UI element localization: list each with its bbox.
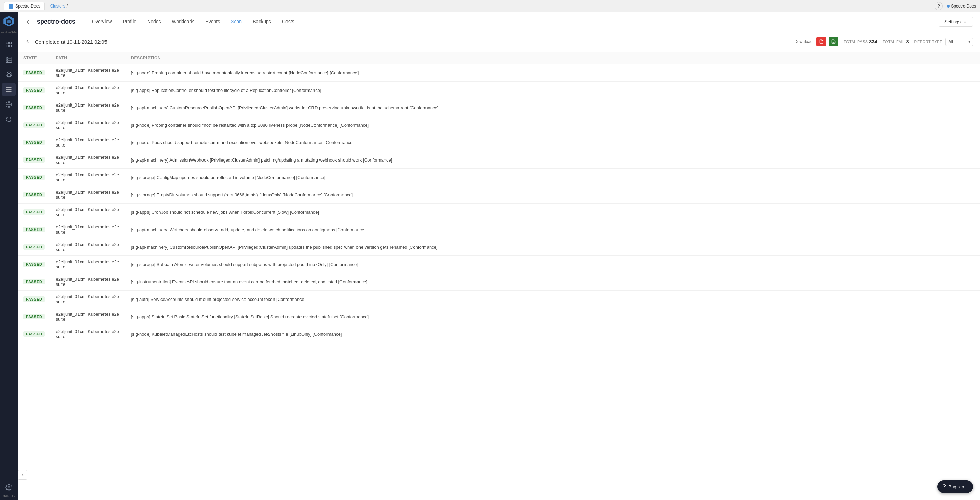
back-button[interactable] xyxy=(25,18,32,25)
scan-table-head: State Path Description xyxy=(18,52,980,64)
browser-tab[interactable]: Spectro-Docs xyxy=(4,2,45,10)
user-dot xyxy=(947,5,950,8)
sidebar-item-apps[interactable] xyxy=(2,68,16,81)
nav-item-workloads[interactable]: Workloads xyxy=(167,12,200,32)
svg-rect-3 xyxy=(6,42,8,44)
row-description: [sig-auth] ServiceAccounts should mount … xyxy=(125,291,980,308)
main-content: spectro-docs Overview Profile Nodes Work… xyxy=(18,12,980,500)
top-right-actions: ? Spectro-Docs xyxy=(935,2,976,10)
row-path: e2eljunit_01xml|Kubernetes e2e suite xyxy=(50,308,125,325)
row-description: [sig-instrumentation] Events API should … xyxy=(125,273,980,291)
download-section: Download: xyxy=(794,37,838,46)
row-state: PASSED xyxy=(18,151,50,169)
row-description: [sig-api-machinery] CustomResourcePublis… xyxy=(125,99,980,116)
col-header-path: Path xyxy=(50,52,125,64)
row-path: e2eljunit_01xml|Kubernetes e2e suite xyxy=(50,64,125,82)
bug-icon: ? xyxy=(943,484,946,490)
total-fail-stat: TOTAL FAIL 3 xyxy=(883,39,909,45)
svg-point-11 xyxy=(7,59,8,60)
report-type-select[interactable]: All Passed Failed xyxy=(945,38,973,46)
row-description: [sig-storage] Subpath Atomic writer volu… xyxy=(125,256,980,273)
table-row: PASSED e2eljunit_01xml|Kubernetes e2e su… xyxy=(18,238,980,256)
state-badge: PASSED xyxy=(23,209,45,215)
sidebar-item-dashboard[interactable] xyxy=(2,38,16,51)
row-state: PASSED xyxy=(18,99,50,116)
nav-item-events[interactable]: Events xyxy=(200,12,225,32)
cluster-nav: Overview Profile Nodes Workloads Events … xyxy=(86,12,300,32)
bug-report-button[interactable]: ? Bug rep... xyxy=(937,480,973,493)
scan-back-button[interactable] xyxy=(25,38,31,45)
row-state: PASSED xyxy=(18,116,50,134)
svg-line-21 xyxy=(10,121,12,122)
download-pdf-button[interactable] xyxy=(816,37,826,46)
state-badge: PASSED xyxy=(23,105,45,110)
state-badge: PASSED xyxy=(23,192,45,197)
sidebar-item-settings[interactable] xyxy=(2,481,16,494)
breadcrumb-bar: Clusters / xyxy=(50,4,68,8)
table-row: PASSED e2eljunit_01xml|Kubernetes e2e su… xyxy=(18,116,980,134)
row-description: [sig-node] Pods should support remote co… xyxy=(125,134,980,151)
table-row: PASSED e2eljunit_01xml|Kubernetes e2e su… xyxy=(18,134,980,151)
help-button[interactable]: ? xyxy=(935,2,943,10)
scan-table-header-row: State Path Description xyxy=(18,52,980,64)
row-state: PASSED xyxy=(18,256,50,273)
table-row: PASSED e2eljunit_01xml|Kubernetes e2e su… xyxy=(18,186,980,204)
row-state: PASSED xyxy=(18,204,50,221)
scan-table-body: PASSED e2eljunit_01xml|Kubernetes e2e su… xyxy=(18,64,980,343)
nav-item-scan[interactable]: Scan xyxy=(225,12,247,32)
sidebar-item-clusters[interactable] xyxy=(2,53,16,66)
row-state: PASSED xyxy=(18,64,50,82)
row-description: [sig-node] Probing container should *not… xyxy=(125,116,980,134)
table-row: PASSED e2eljunit_01xml|Kubernetes e2e su… xyxy=(18,273,980,291)
state-badge: PASSED xyxy=(23,140,45,145)
state-badge: PASSED xyxy=(23,157,45,162)
sidebar-item-globe[interactable] xyxy=(2,98,16,111)
nav-item-backups[interactable]: Backups xyxy=(247,12,277,32)
row-path: e2eljunit_01xml|Kubernetes e2e suite xyxy=(50,325,125,343)
row-state: PASSED xyxy=(18,308,50,325)
state-badge: PASSED xyxy=(23,88,45,93)
cluster-title: spectro-docs xyxy=(37,18,75,25)
sidebar: 10.3-10121 xyxy=(0,12,18,500)
collapse-sidebar-button[interactable] xyxy=(18,470,27,479)
settings-button[interactable]: Settings xyxy=(939,17,973,27)
breadcrumb-clusters[interactable]: Clusters xyxy=(50,4,65,8)
nav-item-nodes[interactable]: Nodes xyxy=(142,12,166,32)
report-type-label: REPORT TYPE xyxy=(914,40,942,44)
sidebar-item-search[interactable] xyxy=(2,113,16,126)
row-state: PASSED xyxy=(18,273,50,291)
row-description: [sig-api-machinery] CustomResourcePublis… xyxy=(125,238,980,256)
row-description: [sig-node] Probing container should have… xyxy=(125,64,980,82)
scan-title: Completed at 10-11-2021 02:05 xyxy=(35,39,107,45)
state-badge: PASSED xyxy=(23,296,45,302)
state-badge: PASSED xyxy=(23,262,45,267)
svg-rect-4 xyxy=(10,42,12,44)
scan-header-right: Download: xyxy=(794,37,973,46)
nav-item-overview[interactable]: Overview xyxy=(86,12,117,32)
stats-section: TOTAL PASS 334 TOTAL FAIL 3 xyxy=(844,39,909,45)
row-description: [sig-apps] StatefulSet Basic StatefulSet… xyxy=(125,308,980,325)
sidebar-item-list[interactable] xyxy=(2,83,16,96)
row-description: [sig-storage] ConfigMap updates should b… xyxy=(125,169,980,186)
svg-marker-14 xyxy=(8,73,10,77)
user-label: Spectro-Docs xyxy=(947,4,976,8)
browser-bar: Spectro-Docs Clusters / ? Spectro-Docs xyxy=(0,0,980,12)
total-pass-label: TOTAL PASS xyxy=(844,40,868,44)
report-type-select-wrapper: All Passed Failed xyxy=(945,38,973,46)
row-description: [sig-storage] EmptyDir volumes should su… xyxy=(125,186,980,204)
nav-item-costs[interactable]: Costs xyxy=(277,12,300,32)
table-row: PASSED e2eljunit_01xml|Kubernetes e2e su… xyxy=(18,169,980,186)
table-row: PASSED e2eljunit_01xml|Kubernetes e2e su… xyxy=(18,325,980,343)
row-description: [sig-api-machinery] AdmissionWebhook [Pr… xyxy=(125,151,980,169)
total-fail-label: TOTAL FAIL xyxy=(883,40,905,44)
col-header-state: State xyxy=(18,52,50,64)
svg-rect-6 xyxy=(10,45,12,47)
nav-item-profile[interactable]: Profile xyxy=(117,12,142,32)
breadcrumb-sep: / xyxy=(67,4,68,8)
row-path: e2eljunit_01xml|Kubernetes e2e suite xyxy=(50,204,125,221)
download-csv-button[interactable] xyxy=(829,37,838,46)
svg-point-10 xyxy=(7,57,8,58)
download-label: Download: xyxy=(794,39,814,44)
app-shell: 10.3-10121 xyxy=(0,12,980,500)
total-pass-stat: TOTAL PASS 334 xyxy=(844,39,877,45)
